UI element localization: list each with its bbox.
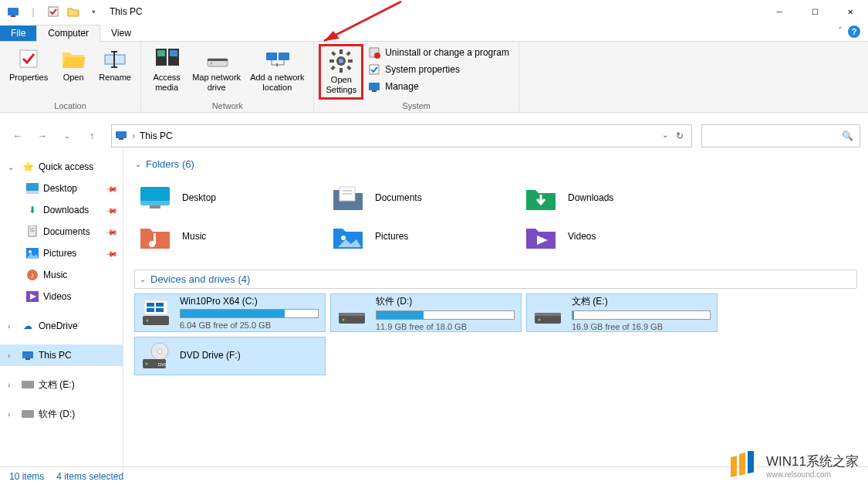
folder-icon xyxy=(139,184,171,212)
svg-rect-59 xyxy=(150,205,160,209)
qat-folder-icon[interactable] xyxy=(65,3,82,20)
folder-documents[interactable]: Documents xyxy=(327,178,520,217)
properties-button[interactable]: Properties xyxy=(5,44,52,100)
forward-button[interactable]: → xyxy=(32,126,52,146)
system-properties-link[interactable]: System properties xyxy=(368,63,509,76)
drive-item[interactable]: 文档 (E:)16.9 GB free of 16.9 GB xyxy=(526,293,718,332)
back-button[interactable]: ← xyxy=(8,126,28,146)
svg-rect-69 xyxy=(156,303,164,307)
help-icon[interactable]: ? xyxy=(848,25,860,38)
drive-free-text: 16.9 GB free of 16.9 GB xyxy=(572,322,711,331)
sidebar-drive-d[interactable]: ›软件 (D:) xyxy=(0,403,123,425)
breadcrumb-root[interactable]: This PC xyxy=(140,131,173,141)
minimize-button[interactable]: ─ xyxy=(762,0,797,23)
collapse-ribbon-icon[interactable]: ˆ xyxy=(839,26,842,37)
manage-link[interactable]: Manage xyxy=(368,80,509,93)
add-network-location-button[interactable]: Add a network location xyxy=(245,44,309,100)
sidebar-item-videos[interactable]: Videos xyxy=(0,286,123,307)
svg-rect-52 xyxy=(25,358,30,360)
address-bar[interactable]: › This PC ⌄ ↻ xyxy=(111,124,692,148)
drive-item[interactable]: DVDDVD Drive (F:) xyxy=(134,337,326,375)
window-title: This PC xyxy=(110,6,143,17)
pin-icon: 📌 xyxy=(106,226,118,238)
pc-icon xyxy=(22,349,34,361)
download-icon: ⬇ xyxy=(26,204,39,216)
folder-label: Downloads xyxy=(568,192,613,203)
sidebar-onedrive[interactable]: ›☁OneDrive xyxy=(0,315,123,337)
ribbon-group-system: Open Settings Uninstall or change a prog… xyxy=(314,42,519,112)
folder-icon xyxy=(139,222,171,250)
folder-downloads[interactable]: Downloads xyxy=(520,178,713,217)
ribbon-group-location: Properties Open Rename Location xyxy=(0,42,141,112)
qat-properties-icon[interactable] xyxy=(45,3,62,20)
svg-point-30 xyxy=(339,59,343,63)
qat-dropdown-icon[interactable]: ▾ xyxy=(85,3,102,20)
sidebar-item-desktop[interactable]: Desktop📌 xyxy=(0,178,123,199)
folder-pictures[interactable]: Pictures xyxy=(327,217,520,256)
open-button[interactable]: Open xyxy=(52,44,94,100)
drive-item[interactable]: 软件 (D:)11.9 GB free of 18.0 GB xyxy=(330,293,522,332)
drive-icon xyxy=(141,299,172,327)
tab-file[interactable]: File xyxy=(0,25,36,41)
drives-header[interactable]: ⌄Devices and drives (4) xyxy=(134,270,857,289)
drive-item[interactable]: Win10Pro X64 (C:)6.04 GB free of 25.0 GB xyxy=(134,293,326,332)
svg-rect-0 xyxy=(8,8,19,15)
svg-rect-71 xyxy=(156,308,164,312)
access-media-button[interactable]: Access media xyxy=(146,44,187,100)
close-button[interactable]: ✕ xyxy=(833,0,868,23)
svg-point-65 xyxy=(341,236,346,240)
svg-point-14 xyxy=(210,63,212,65)
sidebar-this-pc[interactable]: ›This PC xyxy=(0,344,123,366)
document-icon xyxy=(26,226,39,238)
svg-point-76 xyxy=(343,319,345,321)
svg-rect-68 xyxy=(147,303,154,307)
svg-point-56 xyxy=(23,413,25,415)
address-dropdown-icon[interactable]: ⌄ xyxy=(662,131,668,141)
maximize-button[interactable]: ☐ xyxy=(797,0,833,23)
search-icon[interactable]: 🔍 xyxy=(842,131,853,141)
sidebar-item-pictures[interactable]: Pictures📌 xyxy=(0,242,123,264)
drive-label: Win10Pro X64 (C:) xyxy=(180,296,319,307)
uninstall-link[interactable]: Uninstall or change a program xyxy=(368,46,509,59)
tab-view[interactable]: View xyxy=(100,25,142,41)
sidebar-item-documents[interactable]: Documents📌 xyxy=(0,221,123,242)
up-button[interactable]: ↑ xyxy=(82,126,102,146)
svg-rect-67 xyxy=(144,300,167,314)
svg-text:DVD: DVD xyxy=(158,362,168,367)
folder-music[interactable]: Music xyxy=(134,217,327,256)
folders-header[interactable]: ⌄Folders (6) xyxy=(134,154,857,174)
folder-icon xyxy=(525,184,557,212)
svg-rect-28 xyxy=(346,51,351,56)
svg-rect-33 xyxy=(370,65,379,74)
svg-rect-51 xyxy=(22,351,33,358)
svg-point-54 xyxy=(23,384,25,385)
tab-computer[interactable]: Computer xyxy=(36,25,100,42)
folder-videos[interactable]: Videos xyxy=(520,217,713,256)
sidebar-drive-e[interactable]: ›文档 (E:) xyxy=(0,374,123,395)
ribbon: Properties Open Rename Location Access m… xyxy=(0,42,868,113)
drive-label: DVD Drive (F:) xyxy=(180,350,319,361)
folder-label: Videos xyxy=(568,231,596,242)
drive-usage-bar xyxy=(180,309,319,318)
svg-rect-27 xyxy=(346,66,351,70)
sidebar: ⌄ ⭐ Quick access Desktop📌 ⬇Downloads📌 Do… xyxy=(0,150,123,474)
svg-rect-58 xyxy=(140,201,170,205)
sidebar-quick-access[interactable]: ⌄ ⭐ Quick access xyxy=(0,156,123,178)
sidebar-item-music[interactable]: ♪Music xyxy=(0,264,123,286)
recent-dropdown[interactable]: ⌄ xyxy=(57,126,77,146)
svg-rect-35 xyxy=(372,90,377,92)
onedrive-icon: ☁ xyxy=(22,320,34,332)
search-input[interactable]: 🔍 xyxy=(701,124,860,148)
map-network-drive-button[interactable]: Map network drive xyxy=(187,44,245,100)
svg-rect-87 xyxy=(748,451,754,473)
svg-rect-22 xyxy=(339,49,343,54)
svg-point-83 xyxy=(146,363,148,365)
folder-desktop[interactable]: Desktop xyxy=(134,178,327,217)
sidebar-item-downloads[interactable]: ⬇Downloads📌 xyxy=(0,199,123,221)
open-settings-button[interactable]: Open Settings xyxy=(319,44,363,100)
picture-icon xyxy=(26,247,39,259)
pc-icon xyxy=(115,129,127,144)
rename-button[interactable]: Rename xyxy=(94,44,136,100)
svg-rect-29 xyxy=(331,66,336,70)
refresh-icon[interactable]: ↻ xyxy=(676,131,684,141)
